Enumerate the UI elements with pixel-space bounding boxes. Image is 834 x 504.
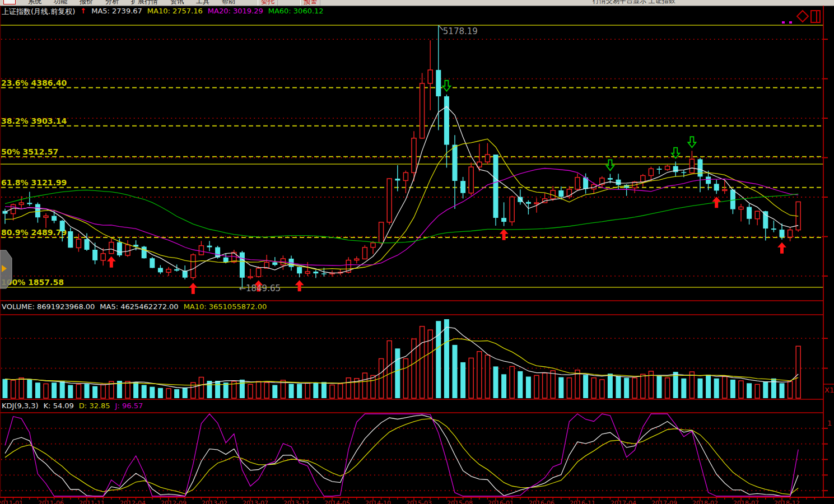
svg-text:2016-06: 2016-06 — [529, 500, 555, 504]
ma-lines — [5, 106, 798, 273]
window-icon[interactable] — [811, 11, 820, 22]
volume-scale-label: X1 — [824, 386, 834, 394]
svg-text:2013-02: 2013-02 — [202, 500, 227, 504]
svg-text:2018-12: 2018-12 — [774, 500, 800, 504]
svg-text:←1849.65: ←1849.65 — [239, 283, 281, 293]
svg-text:2012-04: 2012-04 — [120, 500, 146, 504]
svg-text:2011-11: 2011-11 — [79, 500, 105, 504]
buy-signal-arrow — [295, 280, 304, 291]
trading-terminal: 系统 功能 报价 分析 扩展行情 资讯 工具 帮助 委托 预警 行情交易平台显示… — [0, 0, 834, 504]
buy-signal-arrow — [189, 283, 198, 294]
fib-level-label: 38.2% 3903.14 — [1, 116, 67, 125]
svg-text:2011-01: 2011-01 — [0, 500, 23, 504]
chart-title: 上证指数(月线.前复权) — [2, 7, 75, 17]
kdj-j-value: J: 96.57 — [115, 402, 143, 410]
svg-text:2015-08: 2015-08 — [447, 500, 473, 504]
volume-panel — [1, 319, 828, 398]
svg-text:2017-04: 2017-04 — [611, 500, 636, 504]
svg-text:2013-07: 2013-07 — [243, 500, 268, 504]
ma20-value: MA20: 3019.29 — [208, 7, 263, 17]
ma5-value: MA5: 2739.67 — [91, 7, 142, 17]
fib-level-label: 50% 3512.57 — [1, 147, 58, 156]
svg-text:2018-07: 2018-07 — [733, 500, 759, 504]
buy-signal-arrow — [107, 256, 116, 268]
fib-level-label: 61.8% 3121.99 — [1, 178, 67, 187]
svg-text:2014-10: 2014-10 — [365, 500, 391, 504]
svg-text:2018-02: 2018-02 — [692, 500, 718, 504]
svg-text:2012-09: 2012-09 — [161, 500, 187, 504]
svg-text:2014-05: 2014-05 — [324, 500, 350, 504]
sell-signal-arrow — [688, 137, 696, 147]
chart-canvas[interactable]: 23.6% 4386.4038.2% 3903.1450% 3512.5761.… — [0, 0, 834, 504]
ma60-value: MA60: 3060.12 — [268, 7, 324, 17]
buy-signal-arrow — [777, 242, 786, 254]
kdj-title: KDJ(9,3,3) — [2, 402, 39, 410]
svg-text:2013-12: 2013-12 — [283, 500, 309, 504]
fib-level-label: 23.6% 4386.40 — [1, 78, 67, 87]
svg-text:5178.19: 5178.19 — [443, 26, 478, 36]
sell-signal-arrow — [606, 160, 614, 170]
kdj-d-value: D: 32.85 — [79, 402, 110, 410]
volume-ma10-value: MA10: 3651055872.00 — [184, 302, 267, 311]
svg-text:2015-03: 2015-03 — [406, 500, 432, 504]
fib-level-label: 80.9% 2489.79 — [1, 228, 67, 237]
diamond-icon[interactable] — [797, 11, 808, 22]
svg-text:2016-01: 2016-01 — [488, 500, 514, 504]
svg-text:2017-09: 2017-09 — [651, 500, 677, 504]
volume-panel-header: VOLUME: 8691923968.00 MA5: 4625462272.00… — [2, 302, 267, 311]
sell-signal-arrow — [442, 81, 450, 91]
kdj-k-value: K: 54.09 — [44, 402, 74, 410]
main-chart-header: 上证指数(月线.前复权) ↑ MA5: 2739.67 MA10: 2757.1… — [2, 7, 324, 17]
ma10-value: MA10: 2757.16 — [147, 7, 203, 17]
svg-text:2016-11: 2016-11 — [570, 500, 595, 504]
kdj-panel-header: KDJ(9,3,3) K: 54.09 D: 32.85 J: 96.57 — [2, 402, 143, 410]
kdj-panel — [1, 414, 828, 496]
volume-value: VOLUME: 8691923968.00 — [2, 302, 95, 311]
svg-text:2011-06: 2011-06 — [38, 500, 64, 504]
buy-signal-arrow — [500, 229, 509, 240]
kdj-scale-partial-label: 1 — [827, 419, 832, 427]
up-arrow-icon: ↑ — [80, 7, 86, 17]
volume-ma5-value: MA5: 4625462272.00 — [100, 302, 178, 311]
